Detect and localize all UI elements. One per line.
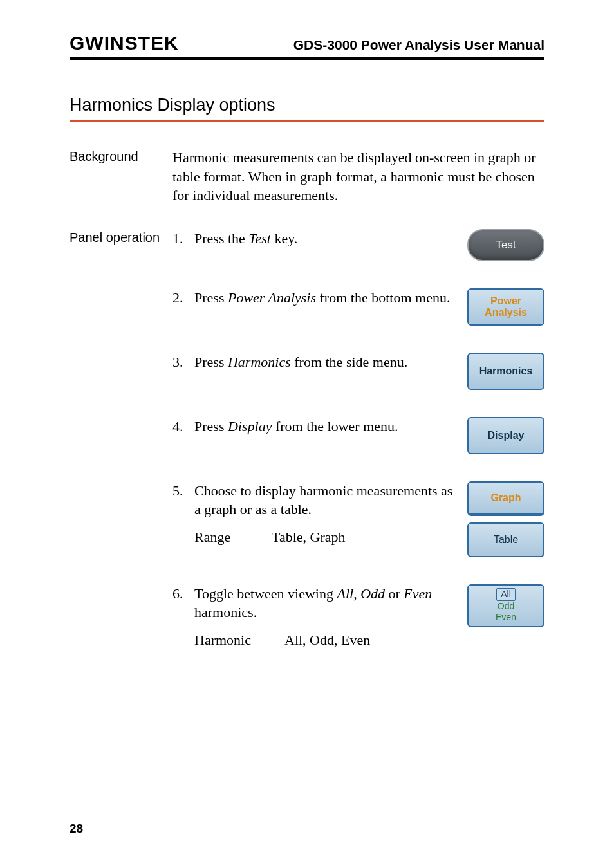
text-fragment: Press bbox=[194, 418, 228, 434]
step-number: 4. bbox=[172, 417, 194, 436]
step-3: 3. Press Harmonics from the side menu. H… bbox=[172, 353, 544, 390]
range-label: Range bbox=[194, 528, 252, 546]
power-analysis-softkey-icon: Power Analysis bbox=[467, 288, 544, 326]
emphasis: Harmonics bbox=[228, 354, 291, 370]
step-text: Press the Test key. bbox=[194, 229, 462, 248]
step-number: 6. bbox=[172, 584, 194, 604]
all-odd-even-softkey-icon: All Odd Even bbox=[467, 584, 544, 627]
step-2: 2. Press Power Analysis from the bottom … bbox=[172, 288, 544, 326]
range-value: Table, Graph bbox=[272, 528, 454, 546]
display-softkey-icon: Display bbox=[467, 417, 544, 454]
text-fragment: Toggle between viewing bbox=[194, 586, 337, 602]
toggle-option-selected: All bbox=[496, 588, 516, 601]
text-fragment: Press the bbox=[194, 230, 248, 246]
softkey-line: Analysis bbox=[485, 307, 527, 319]
toggle-option: Odd bbox=[498, 601, 514, 611]
step-list: 1. Press the Test key. Test 2. Press Pow… bbox=[172, 229, 544, 649]
background-label: Background bbox=[70, 148, 172, 164]
text-fragment: from the bottom menu. bbox=[316, 290, 450, 306]
step-5: 5. Choose to display harmonic measuremen… bbox=[172, 481, 544, 557]
toggle-option: Even bbox=[496, 612, 516, 622]
step-1: 1. Press the Test key. Test bbox=[172, 229, 544, 261]
range-row: Harmonic All, Odd, Even bbox=[194, 631, 454, 649]
brand-logo: GWINSTEK bbox=[70, 32, 179, 54]
emphasis: Test bbox=[248, 230, 271, 246]
text-fragment: or bbox=[385, 586, 404, 602]
emphasis: Odd bbox=[360, 586, 385, 602]
step-text: Choose to display harmonic measurements … bbox=[194, 481, 462, 546]
document-title: GDS-3000 Power Analysis User Manual bbox=[293, 37, 544, 53]
harmonics-softkey-icon: Harmonics bbox=[467, 353, 544, 390]
softkey-line: Graph bbox=[490, 492, 521, 504]
step-number: 3. bbox=[172, 353, 194, 372]
test-key-icon: Test bbox=[467, 229, 544, 261]
table-softkey-icon: Table bbox=[467, 522, 544, 557]
step-text: Toggle between viewing All, Odd or Even … bbox=[194, 584, 462, 649]
page-number: 28 bbox=[70, 822, 83, 836]
text-fragment: Choose to display harmonic measurements … bbox=[194, 483, 452, 517]
text-fragment: from the side menu. bbox=[291, 354, 407, 370]
graph-softkey-icon: Graph bbox=[467, 481, 544, 516]
softkey-line: Harmonics bbox=[479, 365, 533, 377]
range-label: Harmonic bbox=[194, 631, 265, 649]
emphasis: Power Analysis bbox=[228, 290, 316, 306]
emphasis: Even bbox=[404, 586, 432, 602]
step-text: Press Harmonics from the side menu. bbox=[194, 353, 462, 371]
background-text: Harmonic measurements can be displayed o… bbox=[172, 148, 544, 205]
step-6: 6. Toggle between viewing All, Odd or Ev… bbox=[172, 584, 544, 649]
section-heading: Harmonics Display options bbox=[70, 95, 544, 122]
step-text: Press Display from the lower menu. bbox=[194, 417, 462, 436]
text-fragment: Press bbox=[194, 354, 228, 370]
page-header: GWINSTEK GDS-3000 Power Analysis User Ma… bbox=[70, 32, 544, 60]
background-row: Background Harmonic measurements can be … bbox=[70, 148, 544, 217]
step-number: 2. bbox=[172, 288, 194, 308]
step-4: 4. Press Display from the lower menu. Di… bbox=[172, 417, 544, 454]
step-number: 5. bbox=[172, 481, 194, 501]
softkey-line: Power bbox=[485, 295, 527, 307]
step-text: Press Power Analysis from the bottom men… bbox=[194, 288, 462, 307]
emphasis: All bbox=[337, 586, 353, 602]
panel-operation-content: 1. Press the Test key. Test 2. Press Pow… bbox=[172, 229, 544, 656]
panel-operation-label: Panel operation bbox=[70, 229, 172, 245]
text-fragment: Press bbox=[194, 290, 228, 306]
text-fragment: harmonics. bbox=[194, 604, 257, 620]
range-value: All, Odd, Even bbox=[284, 631, 454, 649]
panel-operation-row: Panel operation 1. Press the Test key. T… bbox=[70, 217, 544, 667]
softkey-line: Display bbox=[488, 430, 525, 441]
softkey-line: Table bbox=[494, 534, 518, 546]
step-number: 1. bbox=[172, 229, 194, 248]
text-fragment: key. bbox=[271, 230, 297, 246]
range-row: Range Table, Graph bbox=[194, 528, 454, 546]
text-fragment: , bbox=[353, 586, 360, 602]
emphasis: Display bbox=[228, 418, 272, 434]
text-fragment: from the lower menu. bbox=[272, 418, 398, 434]
